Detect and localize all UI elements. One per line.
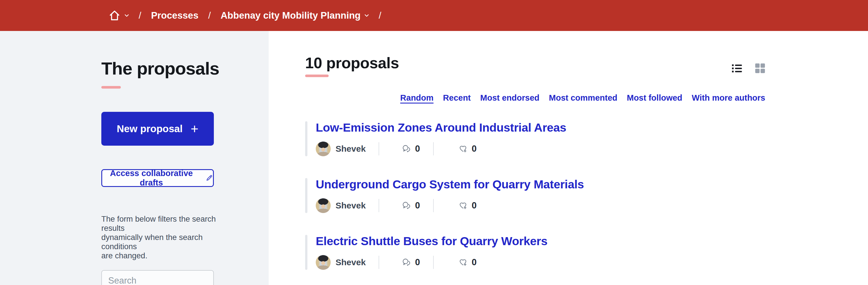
- card-content: Underground Cargo System for Quarry Mate…: [316, 178, 584, 213]
- filter-help-text: The form below filters the search result…: [101, 214, 234, 260]
- breadcrumb: / Processes / Abbenay city Mobility Plan…: [108, 9, 381, 22]
- plus-icon: +: [191, 122, 198, 135]
- sort-options: Random Recent Most endorsed Most comment…: [305, 93, 765, 103]
- comments-count: 0: [415, 257, 420, 268]
- sort-option-most-endorsed[interactable]: Most endorsed: [480, 93, 539, 103]
- card-content: Low-Emission Zones Around Industrial Are…: [316, 121, 566, 156]
- author-avatar[interactable]: [316, 255, 331, 270]
- breadcrumb-item-processes[interactable]: Processes: [151, 10, 198, 21]
- sort-option-most-followed[interactable]: Most followed: [627, 93, 682, 103]
- sort-option-recent[interactable]: Recent: [443, 93, 471, 103]
- endorse-heart-plus-icon: [458, 144, 468, 154]
- meta-divider: [379, 256, 379, 269]
- sort-option-most-commented[interactable]: Most commented: [549, 93, 617, 103]
- proposal-card: Low-Emission Zones Around Industrial Are…: [305, 121, 765, 156]
- top-navbar: / Processes / Abbenay city Mobility Plan…: [0, 0, 868, 31]
- breadcrumb-item-process[interactable]: Abbenay city Mobility Planning: [220, 10, 369, 21]
- meta-divider: [433, 256, 434, 269]
- proposals-sidebar: The proposals New proposal + Access coll…: [0, 31, 269, 285]
- endorsements-count: 0: [472, 201, 476, 211]
- page-title: The proposals: [101, 60, 269, 77]
- list-view-icon: [732, 64, 742, 73]
- proposal-title-link[interactable]: Low-Emission Zones Around Industrial Are…: [316, 121, 566, 134]
- author-avatar[interactable]: [316, 141, 331, 156]
- sort-option-random[interactable]: Random: [400, 93, 433, 103]
- endorsements-count: 0: [472, 144, 476, 154]
- breadcrumb-separator: /: [138, 10, 141, 21]
- card-left-bar: [305, 178, 307, 213]
- comments-count: 0: [415, 201, 420, 211]
- comments-count: 0: [415, 144, 420, 154]
- chevron-down-icon: [125, 14, 129, 17]
- home-icon: [108, 9, 121, 22]
- pencil-icon: [205, 174, 213, 182]
- access-drafts-button[interactable]: Access collaborative drafts: [101, 169, 214, 187]
- breadcrumb-home[interactable]: [108, 9, 129, 22]
- count-block: 10 proposals: [305, 55, 399, 77]
- endorsements-count-link[interactable]: 0: [458, 201, 476, 211]
- endorsements-count: 0: [472, 257, 476, 268]
- endorsements-count-link[interactable]: 0: [458, 144, 476, 154]
- access-drafts-label: Access collaborative drafts: [102, 169, 200, 187]
- grid-view-icon: [755, 63, 765, 73]
- proposal-meta: Shevek 0: [316, 255, 547, 270]
- proposal-meta: Shevek 0: [316, 141, 566, 156]
- main-header: 10 proposals: [305, 55, 765, 77]
- comments-icon: [402, 257, 411, 267]
- author-avatar[interactable]: [316, 198, 331, 213]
- proposal-title-link[interactable]: Electric Shuttle Buses for Quarry Worker…: [316, 235, 547, 248]
- meta-divider: [379, 142, 379, 155]
- new-proposal-button[interactable]: New proposal +: [101, 112, 214, 146]
- breadcrumb-separator: /: [379, 10, 381, 21]
- endorsements-count-link[interactable]: 0: [458, 257, 476, 268]
- grid-view-button[interactable]: [755, 63, 765, 73]
- meta-divider: [379, 199, 379, 212]
- proposal-title-link[interactable]: Underground Cargo System for Quarry Mate…: [316, 178, 584, 191]
- comments-icon: [402, 201, 411, 210]
- comments-count-link[interactable]: 0: [402, 257, 420, 268]
- meta-divider: [433, 199, 434, 212]
- endorse-heart-plus-icon: [458, 257, 468, 267]
- proposal-meta: Shevek 0: [316, 198, 584, 213]
- proposal-card: Electric Shuttle Buses for Quarry Worker…: [305, 235, 765, 270]
- author-name[interactable]: Shevek: [336, 257, 366, 267]
- author-name[interactable]: Shevek: [336, 144, 366, 154]
- comments-count-link[interactable]: 0: [402, 144, 420, 154]
- proposal-list: Low-Emission Zones Around Industrial Are…: [305, 121, 765, 270]
- search-input[interactable]: [108, 276, 223, 285]
- comments-icon: [402, 144, 411, 154]
- card-left-bar: [305, 235, 307, 270]
- title-underline: [101, 86, 121, 88]
- endorse-heart-plus-icon: [458, 201, 468, 210]
- proposal-card: Underground Cargo System for Quarry Mate…: [305, 178, 765, 213]
- view-toggle: [732, 63, 765, 73]
- proposals-count-title: 10 proposals: [305, 55, 399, 71]
- breadcrumb-separator: /: [208, 10, 211, 21]
- author-name[interactable]: Shevek: [336, 201, 366, 210]
- proposals-main: 10 proposals: [269, 31, 868, 285]
- search-box: [101, 270, 214, 285]
- card-left-bar: [305, 121, 307, 156]
- list-view-button[interactable]: [732, 63, 742, 73]
- meta-divider: [433, 142, 434, 155]
- breadcrumb-process-title[interactable]: Abbenay city Mobility Planning: [220, 10, 361, 21]
- comments-count-link[interactable]: 0: [402, 201, 420, 211]
- count-underline: [305, 75, 329, 77]
- sort-option-more-authors[interactable]: With more authors: [692, 93, 765, 103]
- card-content: Electric Shuttle Buses for Quarry Worker…: [316, 235, 547, 270]
- new-proposal-label: New proposal: [117, 123, 183, 135]
- chevron-down-icon: [365, 14, 369, 17]
